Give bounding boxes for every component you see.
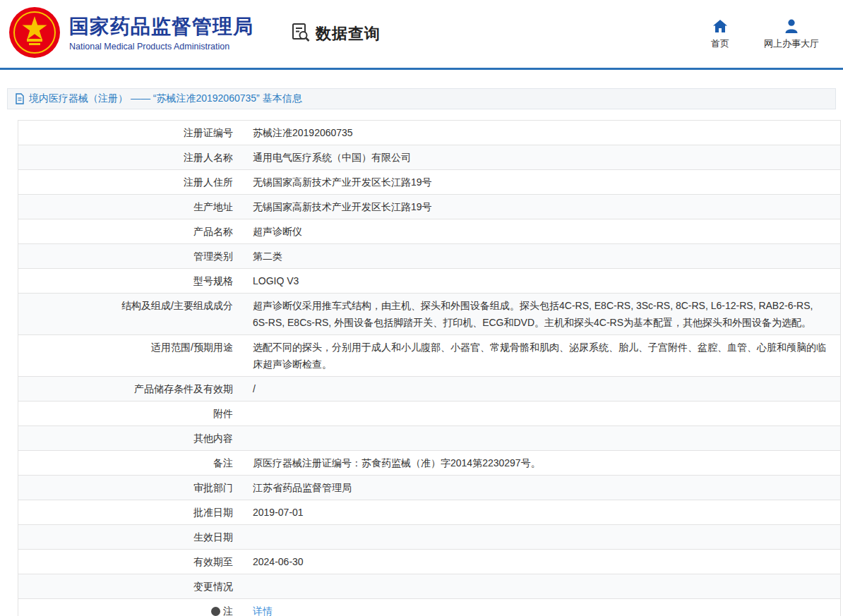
table-row: 注详情 bbox=[18, 599, 840, 616]
row-label-text: 附件 bbox=[213, 408, 233, 419]
row-value: 2019-07-01 bbox=[243, 500, 840, 524]
row-label-text: 注册证编号 bbox=[184, 127, 233, 138]
row-label: 型号规格 bbox=[18, 269, 243, 293]
row-label-text: 注 bbox=[223, 605, 233, 616]
table-row: 型号规格LOGIQ V3 bbox=[18, 269, 840, 294]
row-label-text: 有效期至 bbox=[193, 556, 233, 567]
row-label-text: 审批部门 bbox=[193, 482, 233, 493]
row-label-text: 变更情况 bbox=[193, 581, 233, 592]
org-name-en: National Medical Products Administration bbox=[69, 42, 253, 52]
row-label-text: 注册人住所 bbox=[184, 176, 233, 188]
row-value: 苏械注准20192060735 bbox=[243, 121, 840, 145]
table-row: 注册人名称通用电气医疗系统（中国）有限公司 bbox=[18, 145, 840, 170]
table-row: 注册人住所无锡国家高新技术产业开发区长江路19号 bbox=[18, 170, 840, 195]
row-label: 批准日期 bbox=[18, 500, 243, 524]
table-row: 生效日期 bbox=[18, 525, 840, 550]
row-label: 产品名称 bbox=[18, 219, 243, 243]
row-label: 审批部门 bbox=[18, 476, 243, 500]
document-icon bbox=[15, 93, 25, 104]
row-label-text: 生效日期 bbox=[193, 531, 233, 543]
row-label-text: 注册人名称 bbox=[184, 152, 233, 163]
row-label-text: 适用范围/预期用途 bbox=[151, 342, 233, 353]
table-row: 审批部门江苏省药品监督管理局 bbox=[18, 476, 840, 500]
note-icon bbox=[211, 607, 220, 616]
nmpa-emblem-logo bbox=[8, 6, 61, 61]
table-row: 注册证编号苏械注准20192060735 bbox=[18, 121, 840, 145]
table-row: 其他内容 bbox=[18, 426, 840, 451]
row-value: 无锡国家高新技术产业开发区长江路19号 bbox=[243, 170, 840, 194]
row-label: 附件 bbox=[18, 401, 243, 425]
row-label-text: 管理类别 bbox=[193, 250, 233, 262]
row-label-text: 结构及组成/主要组成成分 bbox=[121, 300, 233, 311]
row-value: 原医疗器械注册证编号：苏食药监械（准）字2014第2230297号。 bbox=[243, 451, 840, 475]
info-table: 注册证编号苏械注准20192060735注册人名称通用电气医疗系统（中国）有限公… bbox=[18, 120, 841, 616]
row-label: 适用范围/预期用途 bbox=[18, 335, 243, 376]
table-row: 结构及组成/主要组成成分超声诊断仪采用推车式结构，由主机、探头和外围设备组成。探… bbox=[18, 294, 840, 335]
breadcrumb: 境内医疗器械（注册） —— “苏械注准20192060735” 基本信息 bbox=[7, 88, 836, 109]
breadcrumb-text: 境内医疗器械（注册） —— “苏械注准20192060735” 基本信息 bbox=[29, 92, 302, 105]
brand-text: 国家药品监督管理局 National Medical Products Admi… bbox=[69, 16, 253, 52]
nav-item-label: 首页 bbox=[711, 37, 729, 50]
section-title-block: 数据查询 bbox=[290, 22, 381, 46]
row-value: 第二类 bbox=[243, 244, 840, 268]
table-row: 产品名称超声诊断仪 bbox=[18, 219, 840, 244]
row-label: 注册人住所 bbox=[18, 170, 243, 194]
table-row: 生产地址无锡国家高新技术产业开发区长江路19号 bbox=[18, 195, 840, 219]
row-value: 无锡国家高新技术产业开发区长江路19号 bbox=[243, 195, 840, 219]
row-label: 有效期至 bbox=[18, 550, 243, 574]
row-label: 管理类别 bbox=[18, 244, 243, 268]
data-query-icon bbox=[290, 22, 311, 46]
table-row: 备注原医疗器械注册证编号：苏食药监械（准）字2014第2230297号。 bbox=[18, 451, 840, 476]
row-label-text: 备注 bbox=[213, 457, 233, 469]
row-label: 产品储存条件及有效期 bbox=[18, 377, 243, 401]
row-label-text: 型号规格 bbox=[193, 275, 233, 286]
row-value: 通用电气医疗系统（中国）有限公司 bbox=[243, 145, 840, 169]
row-label: 生产地址 bbox=[18, 195, 243, 219]
row-value bbox=[243, 401, 840, 425]
row-value: / bbox=[243, 377, 840, 401]
row-label: 生效日期 bbox=[18, 525, 243, 549]
row-label: 其他内容 bbox=[18, 426, 243, 450]
row-label: 注册人名称 bbox=[18, 145, 243, 169]
table-row: 适用范围/预期用途选配不同的探头，分别用于成人和小儿腹部、小器官、常规骨骼和肌肉… bbox=[18, 335, 840, 377]
row-value: 2024-06-30 bbox=[243, 550, 840, 574]
row-value bbox=[243, 574, 840, 598]
table-row: 附件 bbox=[18, 401, 840, 426]
row-label: 变更情况 bbox=[18, 574, 243, 598]
row-value: 详情 bbox=[243, 599, 840, 616]
row-value: 超声诊断仪 bbox=[243, 219, 840, 243]
nav-item-service-hall[interactable]: 网上办事大厅 bbox=[764, 18, 819, 50]
row-value: 选配不同的探头，分别用于成人和小儿腹部、小器官、常规骨骼和肌肉、泌尿系统、胎儿、… bbox=[243, 335, 840, 376]
nav-item-home[interactable]: 首页 bbox=[706, 18, 734, 50]
table-row: 管理类别第二类 bbox=[18, 244, 840, 269]
row-label-text: 产品名称 bbox=[193, 226, 233, 237]
detail-link[interactable]: 详情 bbox=[253, 605, 273, 616]
table-row: 批准日期2019-07-01 bbox=[18, 500, 840, 525]
section-title: 数据查询 bbox=[316, 23, 381, 44]
table-row: 产品储存条件及有效期/ bbox=[18, 377, 840, 401]
page-header: 国家药品监督管理局 National Medical Products Admi… bbox=[0, 0, 843, 70]
row-label: 注 bbox=[18, 599, 243, 616]
row-value: 超声诊断仪采用推车式结构，由主机、探头和外围设备组成。探头包括4C-RS, E8… bbox=[243, 294, 840, 334]
row-label-text: 其他内容 bbox=[193, 433, 233, 444]
row-value bbox=[243, 525, 840, 549]
row-label-text: 批准日期 bbox=[193, 507, 233, 518]
row-value bbox=[243, 426, 840, 450]
row-value: LOGIQ V3 bbox=[243, 269, 840, 293]
brand[interactable]: 国家药品监督管理局 National Medical Products Admi… bbox=[8, 6, 253, 61]
home-icon bbox=[712, 18, 728, 33]
row-label: 结构及组成/主要组成成分 bbox=[18, 294, 243, 334]
row-label-text: 产品储存条件及有效期 bbox=[134, 383, 233, 394]
header-nav: 首页 网上办事大厅 bbox=[706, 18, 819, 50]
row-label: 注册证编号 bbox=[18, 121, 243, 145]
row-value: 江苏省药品监督管理局 bbox=[243, 476, 840, 500]
row-label: 备注 bbox=[18, 451, 243, 475]
user-icon bbox=[784, 18, 799, 33]
org-name-cn: 国家药品监督管理局 bbox=[69, 16, 253, 38]
nav-item-label: 网上办事大厅 bbox=[764, 37, 819, 50]
table-row: 有效期至2024-06-30 bbox=[18, 550, 840, 574]
row-label-text: 生产地址 bbox=[193, 201, 233, 212]
table-row: 变更情况 bbox=[18, 574, 840, 599]
